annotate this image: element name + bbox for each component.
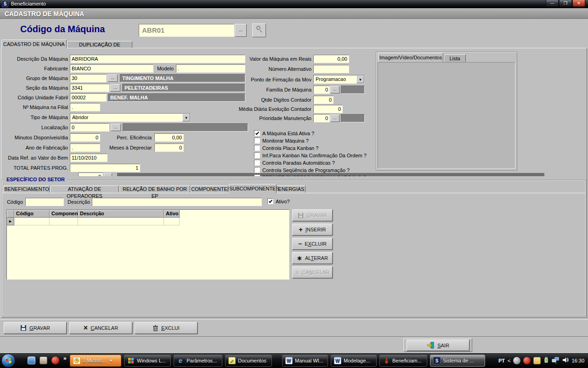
chevron-down-icon[interactable]: ▼ [109,359,113,363]
grid-cell[interactable] [78,218,164,225]
language-indicator[interactable]: PT [498,358,505,363]
tab-energias[interactable]: ENERGIAS [277,185,305,193]
tab-cadastro-de-maquina[interactable]: CADASTRO DE MÁQUINA [1,40,67,48]
network-icon[interactable] [552,356,559,365]
machine-code-input[interactable]: ABR01 [139,24,234,37]
checkbox[interactable] [254,174,260,176]
tab-componentes[interactable]: COMPONENTES [191,185,228,193]
tipo-select[interactable]: Abridor ▼ [70,113,191,122]
ano-fabricacao-input[interactable]: . [70,144,100,152]
tab-subcomponentes[interactable]: SUBCOMPONENTES [229,184,277,193]
alterar-button[interactable]: ∗ ALTERAR [292,252,333,264]
setor-codigo-input[interactable] [25,198,64,206]
meses-depreciar-input[interactable]: 0 [154,144,184,152]
checkbox[interactable] [254,152,260,158]
tab-relacao-de-banho-por-ep[interactable]: RELAÇÃO DE BANHO POR EP [119,185,190,193]
search-button[interactable] [252,23,266,37]
checkbox[interactable] [254,167,260,173]
grid-header-codigo[interactable]: Código [14,210,50,218]
grid-cell[interactable] [50,218,78,225]
taskbar-button-sistema-de[interactable]: S Sistema de ... [430,355,485,367]
grid-cell[interactable] [164,218,180,225]
chevron-more-icon[interactable]: » [63,355,67,362]
taskbar-button-manual-wi[interactable]: W Manual WI... [282,355,328,367]
restore-button[interactable]: ❐ [559,0,572,7]
familia-input[interactable]: 0 [313,86,330,94]
excluir-button[interactable]: − EXCLUIR [292,238,333,250]
power-plug-icon[interactable] [543,356,549,365]
check-clipped[interactable]: PERMITE EXCESSO MÁQUINA GARGALO ? [254,174,366,176]
setor-descricao-input[interactable] [92,198,262,206]
minimize-button[interactable]: — [546,0,559,7]
grid-header-componente[interactable]: Componente [50,210,78,218]
tab-lista[interactable]: Lista [444,54,466,62]
clipped-row-browse-button[interactable] [104,173,112,176]
check-placa-kanban[interactable]: Controla Placa Kanban ? [254,145,318,151]
data-ref-input[interactable]: 11/10/2010 [70,154,107,162]
cancelar-side-button[interactable]: × CANCELAR [292,266,333,278]
checkbox[interactable] [254,160,260,166]
tab-beneficiamento[interactable]: BENEFICIAMENTO [4,185,50,193]
valor-reais-input[interactable]: 0,00 [313,55,349,63]
start-button[interactable] [1,354,15,368]
numero-alternativo-input[interactable] [313,65,349,73]
tray-clock-app-icon[interactable] [533,357,541,364]
grid-header-descricao[interactable]: Descrição [78,210,164,218]
taskbar-button-windows-l[interactable]: Windows L... [124,355,171,367]
close-button[interactable]: ✕ [572,0,585,7]
check-inf-paca-kanban[interactable]: Inf.Paca Kanban Na Confirmação Da Ordem … [254,152,367,158]
media-diaria-input[interactable]: 0 [313,105,343,113]
tab-duplicacao-de-maquina[interactable]: DUPLICAÇÃO DE MÁQUINA [67,41,132,48]
familia-browse-button[interactable]: ... [330,86,339,93]
prioridade-browse-button[interactable]: ... [330,115,339,122]
taskbar-button-modelage[interactable]: W Modelage... [331,355,377,367]
checkbox[interactable] [267,198,273,204]
fabricante-input[interactable]: BIANCO [70,64,153,73]
checkbox[interactable] [254,138,260,144]
grid-header-ativo[interactable]: Ativo [164,210,180,218]
grid-cell[interactable] [14,218,50,225]
perc-eficiencia-input[interactable]: 0,00 [154,133,184,142]
minutos-input[interactable]: 0 [70,133,100,142]
subcomponentes-grid[interactable]: Código Componente Descrição Ativo ► [6,209,289,280]
speaker-icon[interactable] [562,356,569,365]
prioridade-input[interactable]: 0 [313,114,330,122]
gravar-side-button[interactable]: GRAVAR [292,209,333,221]
taskbar-button-documentos[interactable]: Documentos [225,355,272,367]
taskbar-button-3-micros[interactable]: 3 Micros... ▼ [70,355,121,367]
checkbox[interactable] [254,145,260,151]
cancelar-button[interactable]: × CANCELAR [69,322,132,334]
taskbar-button-parametros[interactable]: e Parâmetros... [174,355,222,367]
chevron-down-icon[interactable]: ▼ [182,114,190,121]
gravar-button[interactable]: GRAVAR [4,322,67,334]
clipped-row-input[interactable]: 0 [78,172,103,176]
tab-ativacao-de-operadores[interactable]: ATIVAÇÃO DE OPERADORES [50,185,119,193]
localizacao-input[interactable]: 0 [70,123,109,132]
total-partes-input[interactable]: 1 [70,164,140,172]
grupo-input[interactable]: 30 [70,74,107,82]
checkbox[interactable] [254,130,260,136]
taskbar-button-beneficiam[interactable]: Beneficiam... [379,355,427,367]
quick-launch-red-app-icon[interactable] [51,356,59,364]
inserir-button[interactable]: + INSERIR [292,224,333,236]
ponto-firmacao-select[interactable]: Programacao ▼ [313,75,365,84]
check-sequencia-programacao[interactable]: Controla Seqüência de Programação ? [254,167,350,173]
qtde-digitos-input[interactable]: 0 [313,96,334,104]
tray-gray-app-icon[interactable] [513,357,520,364]
check-paradas-automaticas[interactable]: Controla Paradas Automáticas ? [254,160,335,166]
sair-button[interactable]: SAIR [407,339,469,351]
tray-red-app-icon[interactable] [523,357,531,364]
machine-code-browse-button[interactable]: ... [235,24,247,37]
grupo-browse-button[interactable]: ... [107,75,118,82]
num-filial-input[interactable]: . [70,103,100,111]
check-ativo[interactable]: Ativo? [267,198,290,204]
localizacao-browse-button[interactable]: ... [111,124,121,131]
check-maquina-ativa[interactable]: A Máquina Está Ativa ? [254,130,314,136]
unidade-input[interactable]: 00002 [70,93,107,102]
exclui-button[interactable]: EXCLUI [135,322,198,334]
check-monitorar[interactable]: Monitorar Máquina ? [254,138,309,144]
secao-browse-button[interactable]: ... [110,84,120,92]
show-desktop-icon[interactable] [28,356,35,364]
secao-input[interactable]: 3341 [70,84,109,92]
quick-launch-app-icon[interactable] [40,356,47,364]
